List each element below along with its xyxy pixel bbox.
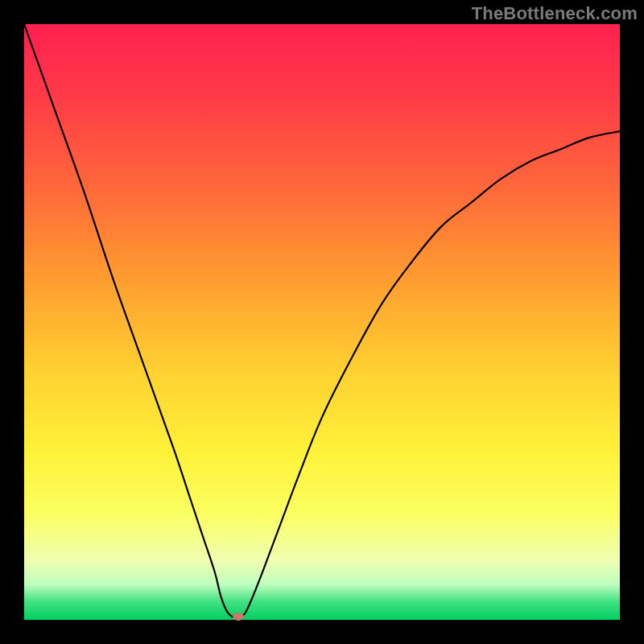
chart-frame: TheBottleneck.com [0, 0, 644, 644]
optimal-point-marker [233, 613, 244, 621]
plot-area [24, 24, 620, 620]
bottleneck-curve [24, 24, 620, 620]
watermark-text: TheBottleneck.com [472, 3, 638, 24]
